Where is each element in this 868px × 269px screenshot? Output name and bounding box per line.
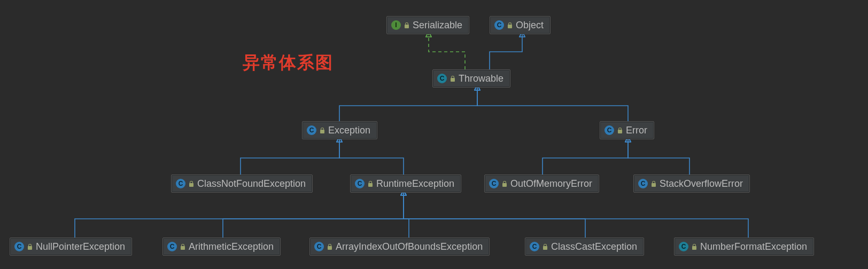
class-icon: C — [604, 125, 614, 135]
node-label: ArrayIndexOutOfBoundsException — [336, 241, 483, 252]
class-icon: C — [530, 242, 539, 251]
node-label: Error — [626, 124, 647, 136]
node-error[interactable]: C Error — [600, 121, 654, 139]
class-icon: C — [489, 179, 499, 188]
lock-icon — [27, 243, 33, 250]
lock-icon — [368, 180, 373, 187]
lock-icon — [651, 180, 656, 187]
node-label: ClassNotFoundException — [197, 178, 306, 189]
class-icon: C — [494, 20, 504, 30]
node-label: ClassCastException — [551, 241, 637, 252]
node-exception[interactable]: C Exception — [302, 121, 377, 139]
class-icon: C — [314, 242, 324, 251]
lock-icon — [404, 22, 409, 28]
lock-icon — [542, 243, 548, 250]
node-label: Exception — [328, 124, 370, 136]
lock-icon — [320, 127, 325, 133]
node-serializable[interactable]: I Serializable — [386, 16, 469, 34]
class-icon: C — [638, 179, 648, 188]
lock-icon — [189, 180, 194, 187]
node-label: StackOverflowError — [660, 178, 743, 189]
lock-icon — [180, 243, 185, 250]
class-icon: C — [679, 242, 688, 251]
class-icon: C — [14, 242, 24, 251]
lock-icon — [692, 243, 697, 250]
interface-icon: I — [391, 20, 401, 30]
lock-icon — [450, 75, 455, 82]
node-label: OutOfMemoryError — [510, 178, 592, 189]
node-label: NullPointerException — [36, 241, 125, 252]
diagram-canvas: { "title": "异常体系图", "nodes": { "serializ… — [0, 0, 868, 269]
class-icon: C — [355, 179, 365, 188]
node-class-not-found-exception[interactable]: C ClassNotFoundException — [171, 175, 313, 193]
node-number-format-exception[interactable]: C NumberFormatException — [674, 238, 814, 256]
class-icon: C — [307, 125, 316, 135]
node-object[interactable]: C Object — [490, 16, 551, 34]
class-icon: C — [437, 74, 447, 83]
lock-icon — [617, 127, 623, 133]
lock-icon — [507, 22, 513, 28]
lock-icon — [327, 243, 332, 250]
node-label: RuntimeException — [376, 178, 454, 189]
node-label: Serializable — [413, 19, 462, 31]
diagram-title: 异常体系图 — [243, 51, 334, 75]
class-icon: C — [176, 179, 185, 188]
edge-layer — [0, 0, 868, 269]
node-throwable[interactable]: C Throwable — [432, 69, 510, 88]
node-label: Object — [516, 19, 544, 31]
node-stack-overflow-error[interactable]: C StackOverflowError — [633, 175, 750, 193]
node-runtime-exception[interactable]: C RuntimeException — [350, 175, 461, 193]
lock-icon — [502, 180, 507, 187]
node-label: Throwable — [459, 73, 503, 84]
node-label: ArithmeticException — [189, 241, 274, 252]
node-null-pointer-exception[interactable]: C NullPointerException — [10, 238, 132, 256]
node-out-of-memory-error[interactable]: C OutOfMemoryError — [484, 175, 599, 193]
node-class-cast-exception[interactable]: C ClassCastException — [525, 238, 644, 256]
class-icon: C — [167, 242, 177, 251]
node-array-index-out-of-bounds-exception[interactable]: C ArrayIndexOutOfBoundsException — [309, 238, 490, 256]
node-label: NumberFormatException — [700, 241, 807, 252]
node-arithmetic-exception[interactable]: C ArithmeticException — [162, 238, 281, 256]
